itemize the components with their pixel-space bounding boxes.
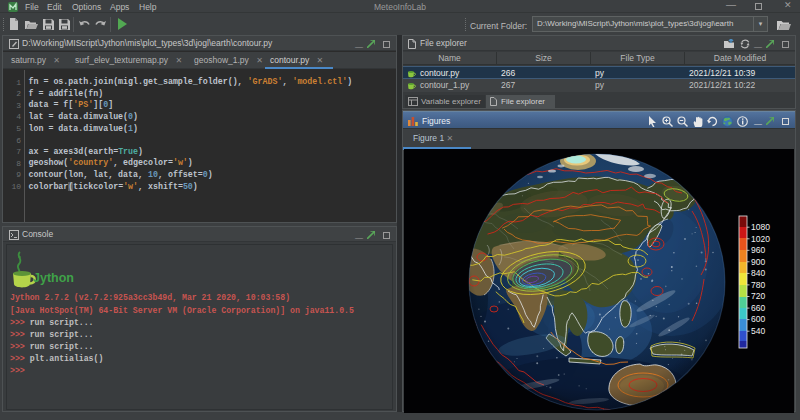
svg-text:1020: 1020: [751, 234, 770, 244]
svg-text:720: 720: [751, 291, 765, 301]
svg-text:900: 900: [751, 257, 765, 267]
svg-text:840: 840: [751, 268, 765, 278]
svg-text:540: 540: [751, 326, 765, 336]
svg-text:1080: 1080: [751, 222, 770, 232]
svg-text:Jython: Jython: [33, 271, 74, 285]
svg-text:600: 600: [751, 314, 765, 324]
svg-text:960: 960: [751, 245, 765, 255]
svg-text:780: 780: [751, 280, 765, 290]
svg-text:660: 660: [751, 303, 765, 313]
